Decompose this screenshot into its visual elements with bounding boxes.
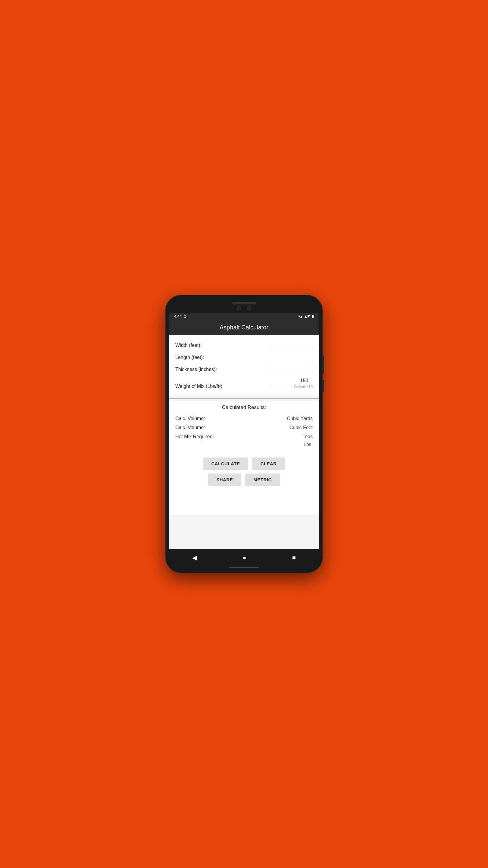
sync-icon: ⊙ (184, 314, 187, 318)
width-input-wrapper (270, 341, 313, 348)
button-row-1: CALCULATE CLEAR (203, 458, 285, 470)
camera-left (237, 306, 241, 310)
app-header: Asphalt Calculator (169, 320, 319, 335)
app-content: Width (feet): Length (feet): Thickness (… (169, 335, 319, 549)
length-input[interactable] (270, 353, 313, 360)
bottom-nav: ◀ ● ■ (169, 549, 319, 565)
calculate-button[interactable]: CALCULATE (203, 458, 248, 470)
thickness-input[interactable] (270, 365, 313, 372)
width-label: Width (feet): (175, 343, 201, 348)
width-input[interactable] (270, 341, 313, 348)
result-label-1: Calc. Volume: (175, 425, 205, 430)
status-time: 4:44 (174, 314, 182, 318)
result-value-2: Tons (302, 434, 313, 439)
weight-hint: Default 150 (294, 385, 313, 389)
thickness-input-wrapper (270, 365, 313, 372)
width-field-row: Width (feet): (175, 338, 313, 350)
button-row-2: SHARE METRIC (208, 473, 280, 486)
spacer (169, 491, 319, 515)
phone-screen: 4:44 ⊙ ▾▴ ▲◤ ▮ Asphalt Calculator Width … (169, 299, 319, 569)
weight-field-row: Weight of Mix (Lbs/ft³) Default 150 (175, 374, 313, 391)
result-row-0: Calc. Volume: Cubic Yards (175, 414, 313, 423)
lbs-row: Lbs. (175, 441, 313, 449)
input-section: Width (feet): Length (feet): Thickness (… (169, 335, 319, 396)
camera-right (247, 306, 251, 310)
result-label-2: Hot Mix Required: (175, 434, 214, 439)
result-row-2: Hot Mix Required: Tons (175, 432, 313, 441)
section-divider (169, 398, 319, 398)
status-right: ▾▴ ▲◤ ▮ (298, 314, 314, 318)
lbs-value: Lbs. (304, 442, 313, 447)
status-left: 4:44 ⊙ (174, 314, 187, 318)
result-value-0: Cubic Yards (287, 416, 313, 421)
length-field-row: Length (feet): (175, 350, 313, 362)
weight-input[interactable] (270, 377, 313, 384)
result-value-1: Cubic Feet (290, 425, 313, 430)
result-label-0: Calc. Volume: (175, 416, 205, 421)
nav-recents-button[interactable]: ■ (287, 553, 301, 562)
share-button[interactable]: SHARE (208, 473, 241, 486)
signal-icon: ▲◤ (304, 314, 311, 318)
results-title: Calculated Results: (175, 404, 313, 410)
length-label: Length (feet): (175, 355, 204, 360)
metric-button[interactable]: METRIC (245, 473, 280, 486)
nav-back-button[interactable]: ◀ (187, 553, 201, 562)
results-section: Calculated Results: Calc. Volume: Cubic … (169, 401, 319, 453)
buttons-section: CALCULATE CLEAR SHARE METRIC (169, 453, 319, 491)
thickness-label: Thickness (inches): (175, 367, 217, 372)
speaker (232, 302, 256, 304)
weight-label: Weight of Mix (Lbs/ft³) (175, 384, 222, 389)
camera-row (169, 304, 319, 313)
phone-device: 4:44 ⊙ ▾▴ ▲◤ ▮ Asphalt Calculator Width … (166, 296, 322, 572)
length-input-wrapper (270, 353, 313, 360)
wifi-icon: ▾▴ (298, 314, 302, 318)
result-row-1: Calc. Volume: Cubic Feet (175, 423, 313, 432)
app-title: Asphalt Calculator (220, 324, 268, 331)
status-bar: 4:44 ⊙ ▾▴ ▲◤ ▮ (169, 313, 319, 320)
battery-icon: ▮ (312, 314, 314, 318)
weight-input-wrapper: Default 150 (270, 377, 313, 389)
thickness-field-row: Thickness (inches): (175, 362, 313, 374)
nav-home-button[interactable]: ● (238, 553, 251, 562)
bottom-bar (229, 567, 259, 568)
clear-button[interactable]: CLEAR (252, 458, 285, 470)
